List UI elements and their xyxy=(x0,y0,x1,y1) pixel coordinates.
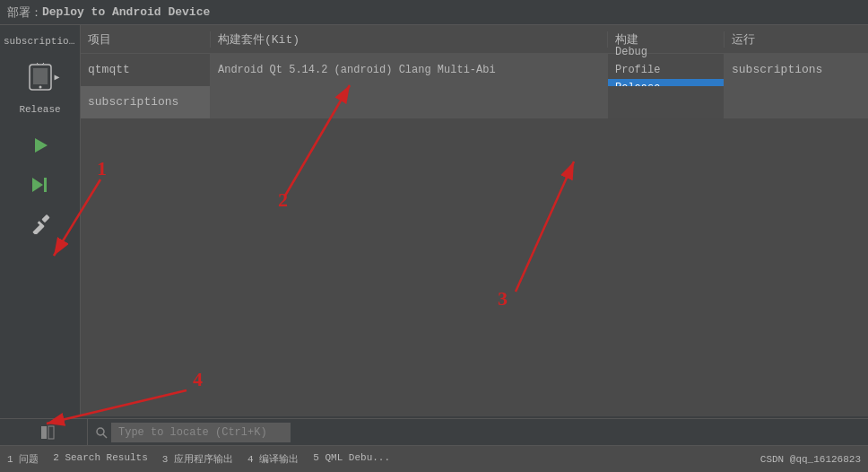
search-input[interactable] xyxy=(111,423,291,442)
main-layout: subscriptions ▶ Release xyxy=(0,25,868,416)
row2-run[interactable] xyxy=(725,86,868,118)
panel-icon xyxy=(39,424,56,441)
build-button[interactable] xyxy=(24,208,56,240)
row2-build xyxy=(608,86,725,118)
search-icon xyxy=(95,426,108,439)
build-run-button[interactable] xyxy=(24,169,56,201)
table-area: 项目 构建套件(Kit) 构建 运行 qtmqtt Android Qt 5.1… xyxy=(81,25,868,416)
build-option-profile[interactable]: Profile xyxy=(608,61,724,79)
sidebar-arrow-right-icon: ▶ xyxy=(54,72,59,83)
row2-project[interactable]: subscriptions xyxy=(81,86,211,118)
row2-kit[interactable] xyxy=(211,86,608,118)
run-button[interactable] xyxy=(24,129,56,162)
sidebar-device-icon[interactable]: ▶ xyxy=(19,56,62,99)
row1-project[interactable]: qtmqtt xyxy=(81,54,211,86)
sidebar-project-label: subscriptions xyxy=(0,34,80,48)
svg-point-14 xyxy=(97,428,104,435)
android-device-svg xyxy=(24,61,56,93)
table-row-2: subscriptions xyxy=(81,86,868,118)
tab-compile-output[interactable]: 4 编译输出 xyxy=(247,452,299,466)
svg-rect-1 xyxy=(33,68,48,84)
svg-rect-10 xyxy=(41,214,49,223)
svg-point-2 xyxy=(39,86,41,89)
tab-app-output[interactable]: 3 应用程序输出 xyxy=(162,452,233,466)
csdn-label: CSDN @qq_16126823 xyxy=(760,454,861,465)
svg-rect-7 xyxy=(44,178,47,192)
build-option-debug[interactable]: Debug xyxy=(608,43,724,61)
bottom-tabs: 1 问题 2 Search Results 3 应用程序输出 4 编译输出 5 … xyxy=(7,452,746,466)
bottom-bar: 1 问题 2 Search Results 3 应用程序输出 4 编译输出 5 … xyxy=(0,445,868,472)
svg-rect-13 xyxy=(48,426,54,439)
search-area[interactable] xyxy=(95,423,291,442)
svg-marker-5 xyxy=(35,138,48,153)
col-kit-header: 构建套件(Kit) xyxy=(211,31,608,48)
tab-search-results[interactable]: 2 Search Results xyxy=(53,452,148,466)
hammer-icon xyxy=(30,214,50,234)
tab-qml-debug[interactable]: 5 QML Debu... xyxy=(313,452,390,466)
svg-rect-12 xyxy=(41,426,47,439)
top-bar: 部署： Deploy to Android Device xyxy=(0,0,868,25)
table-header: 项目 构建套件(Kit) 构建 运行 xyxy=(81,25,868,54)
col-run-header: 运行 xyxy=(725,31,868,48)
topbar-prefix: 部署： xyxy=(7,4,42,21)
run-icon xyxy=(30,135,50,155)
build-run-icon xyxy=(30,175,50,195)
search-bar xyxy=(0,418,868,445)
table-row: qtmqtt Android Qt 5.14.2 (android) Clang… xyxy=(81,54,868,86)
left-sidebar: subscriptions ▶ Release xyxy=(0,25,81,416)
sidebar-square-icon[interactable] xyxy=(7,419,88,445)
row1-build: Debug Profile Release xyxy=(608,54,725,86)
row1-run[interactable]: subscriptions xyxy=(725,54,868,86)
table-empty xyxy=(81,118,868,416)
svg-line-15 xyxy=(103,434,107,438)
col-project-header: 项目 xyxy=(81,31,211,48)
topbar-title: Deploy to Android Device xyxy=(42,5,210,19)
tab-issues[interactable]: 1 问题 xyxy=(7,452,39,466)
sidebar-release-label: Release xyxy=(19,104,60,115)
row1-kit[interactable]: Android Qt 5.14.2 (android) Clang Multi-… xyxy=(211,54,608,86)
